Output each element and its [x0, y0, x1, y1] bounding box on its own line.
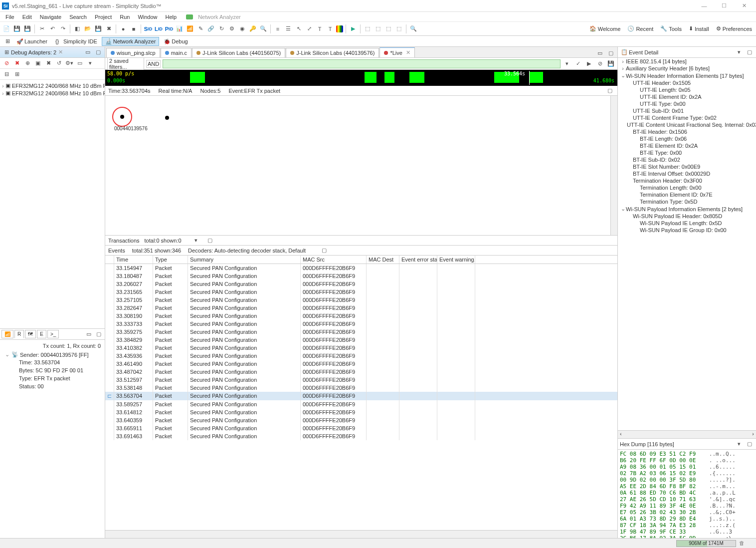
- install-button[interactable]: ⬇Install: [687, 24, 711, 33]
- save-as-icon[interactable]: 💾: [94, 24, 103, 33]
- min-icon[interactable]: ▭: [83, 48, 92, 57]
- event-row[interactable]: 33.154947PacketSecured PAN Configuration…: [105, 264, 617, 272]
- maximize-button[interactable]: ☐: [714, 0, 734, 11]
- saved-filters-dropdown[interactable]: 2 saved filters...: [107, 57, 144, 70]
- tab-term[interactable]: >_: [47, 330, 59, 338]
- event-row[interactable]: 33.257105PacketSecured PAN Configuration…: [105, 296, 617, 304]
- detail-item[interactable]: Wi-SUN Payload IE Header: 0x805D: [618, 213, 756, 220]
- adapters-tree[interactable]: ›▣EFR32MG12 2400/868 MHz 10 dBm RB›▣EFR3…: [0, 80, 105, 328]
- event-row[interactable]: 33.410382PacketSecured PAN Configuration…: [105, 344, 617, 352]
- cut-icon[interactable]: ✂: [37, 24, 46, 33]
- minimize-button[interactable]: —: [694, 0, 714, 11]
- map-scrollbar[interactable]: [610, 96, 617, 235]
- capture-stop-icon[interactable]: ■: [129, 24, 138, 33]
- tab-e[interactable]: E: [37, 330, 46, 338]
- detail-item[interactable]: Termination Element ID: 0x7E: [618, 191, 756, 198]
- menu-project[interactable]: Project: [91, 13, 115, 21]
- timeline-marker[interactable]: [529, 71, 530, 85]
- f-play-icon[interactable]: ▶: [584, 59, 593, 68]
- sender-row[interactable]: ⌄ 📡 Sender: 000440139576 [FF]: [4, 351, 101, 358]
- menu-help[interactable]: Help: [162, 13, 181, 21]
- detail-item[interactable]: Termination Header: 0x3F00: [618, 177, 756, 184]
- tab-close-icon[interactable]: ✕: [406, 49, 410, 56]
- hex-max-icon[interactable]: ▢: [745, 440, 754, 449]
- text-icon[interactable]: T: [315, 24, 324, 33]
- menu-window[interactable]: Window: [134, 13, 161, 21]
- close-tab-icon[interactable]: ✕: [58, 49, 63, 55]
- detail-item[interactable]: BT-IE Element ID: 0x2A: [618, 142, 756, 149]
- tools-button[interactable]: 🔧Tools: [658, 24, 684, 33]
- search2-icon[interactable]: 🔍: [259, 24, 268, 33]
- detail-item[interactable]: ⌄Wi-SUN Header Information Elements [17 …: [618, 72, 756, 79]
- detail-item[interactable]: Termination Type: 0x5D: [618, 198, 756, 205]
- stop-icon[interactable]: ⊘: [2, 59, 11, 68]
- preferences-button[interactable]: ⚙Preferences: [714, 24, 754, 33]
- f-save-icon[interactable]: 💾: [606, 59, 615, 68]
- filter-icon[interactable]: ⊕: [23, 59, 32, 68]
- detail-drop-icon[interactable]: ▾: [735, 48, 744, 57]
- signal-icon[interactable]: 📶: [186, 24, 194, 33]
- event-row[interactable]: 33.487042PacketSecured PAN Configuration…: [105, 368, 617, 376]
- detail-item[interactable]: BT-IE Length: 0x06: [618, 135, 756, 142]
- menu-run[interactable]: Run: [116, 13, 133, 21]
- memory-bar[interactable]: 906M of 1741M: [676, 540, 736, 547]
- editor-tab[interactable]: *Live✕: [379, 47, 414, 57]
- f-clear-icon[interactable]: ⊘: [595, 59, 604, 68]
- event-row[interactable]: 33.308190PacketSecured PAN Configuration…: [105, 312, 617, 320]
- and-box[interactable]: AND: [146, 60, 161, 68]
- events-max-icon[interactable]: ▢: [320, 246, 329, 255]
- editor-tab[interactable]: J-Link Silicon Labs (440156075): [192, 48, 285, 57]
- highlight-icon[interactable]: [336, 25, 343, 32]
- close-button[interactable]: ✕: [734, 0, 754, 11]
- welcome-button[interactable]: 🏠Welcome: [587, 24, 623, 33]
- detail-item[interactable]: BT-IE Slot Number: 0x00E9: [618, 163, 756, 170]
- detail-item[interactable]: BT-IE Header: 0x1506: [618, 128, 756, 135]
- editor-tab[interactable]: wisun_ping.slcp: [106, 48, 160, 57]
- lid-icon[interactable]: LID: [154, 24, 163, 33]
- detail-max-icon[interactable]: ▢: [745, 48, 754, 57]
- new-icon[interactable]: 📄: [2, 24, 11, 33]
- pointer-icon[interactable]: ↖: [294, 24, 303, 33]
- list-icon[interactable]: ☰: [284, 24, 293, 33]
- col-err[interactable]: Event error sta...: [399, 256, 437, 264]
- expand-icon[interactable]: ⤢: [305, 24, 314, 33]
- collapse-icon[interactable]: ▣: [33, 59, 42, 68]
- detail-item[interactable]: UTT-IE Element ID: 0x2A: [618, 93, 756, 100]
- tool1-icon[interactable]: ⬚: [363, 24, 372, 33]
- gc-icon[interactable]: 🗑: [739, 540, 746, 547]
- indent-icon[interactable]: ≡: [273, 24, 282, 33]
- editor-tab[interactable]: J-Link Silicon Labs (440139576): [286, 48, 379, 57]
- menu-navigate[interactable]: Navigate: [36, 13, 65, 21]
- perspective-network-analyzer[interactable]: 🔬Network Analyzer: [102, 37, 160, 46]
- menu-search[interactable]: Search: [66, 13, 90, 21]
- gear-icon[interactable]: ⚙▾: [65, 59, 74, 68]
- node-icon[interactable]: ◉: [238, 24, 247, 33]
- trans-drop-icon[interactable]: ▾: [191, 236, 200, 245]
- detail-item[interactable]: Wi-SUN Payload IE Group ID: 0x00: [618, 227, 756, 234]
- tool4-icon[interactable]: ⬚: [394, 24, 403, 33]
- hex-drop-icon[interactable]: ▾: [735, 440, 744, 449]
- editor-tab[interactable]: main.c: [161, 48, 191, 57]
- menu-edit[interactable]: Edit: [19, 13, 35, 21]
- sid-icon[interactable]: SID: [144, 24, 153, 33]
- event-row[interactable]: 33.512597PacketSecured PAN Configuration…: [105, 376, 617, 384]
- col-time[interactable]: Time: [114, 256, 153, 264]
- detail-item[interactable]: BT-IE Interval Offset: 0x00029D: [618, 170, 756, 177]
- recent-button[interactable]: 🕓Recent: [625, 24, 655, 33]
- map-node-1[interactable]: [120, 115, 124, 119]
- event-row[interactable]: 33.206027PacketSecured PAN Configuration…: [105, 280, 617, 288]
- event-row[interactable]: 33.359275PacketSecured PAN Configuration…: [105, 328, 617, 336]
- event-row[interactable]: 33.614812PacketSecured PAN Configuration…: [105, 408, 617, 416]
- event-row[interactable]: 33.282647PacketSecured PAN Configuration…: [105, 304, 617, 312]
- col-type[interactable]: Type: [153, 256, 188, 264]
- detail-item[interactable]: Wi-SUN Payload IE Length: 0x5D: [618, 220, 756, 227]
- detail-hscroll[interactable]: ‹›: [618, 430, 756, 438]
- detail-item[interactable]: Termination Length: 0x00: [618, 184, 756, 191]
- detail-item[interactable]: ›IEEE 802.15.4 [14 bytes]: [618, 58, 756, 65]
- profile-icon[interactable]: ◧: [73, 24, 82, 33]
- tool2-icon[interactable]: ⬚: [374, 24, 382, 33]
- event-row[interactable]: 33.435936PacketSecured PAN Configuration…: [105, 352, 617, 360]
- search-icon[interactable]: 🔍: [409, 24, 418, 33]
- edit-icon[interactable]: ✎: [196, 24, 205, 33]
- menu-icon[interactable]: ▾: [86, 59, 95, 68]
